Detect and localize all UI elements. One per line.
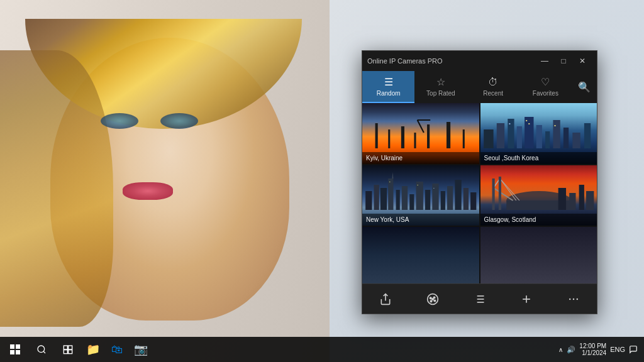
svg-rect-24 xyxy=(365,191,372,210)
maximize-button[interactable]: □ xyxy=(554,52,573,70)
svg-rect-79 xyxy=(64,346,67,349)
search-icon: 🔍 xyxy=(578,81,591,93)
svg-point-61 xyxy=(432,298,434,300)
search-button[interactable]: 🔍 xyxy=(572,71,597,103)
svg-rect-34 xyxy=(432,184,438,210)
svg-rect-32 xyxy=(416,182,423,210)
explorer-icon[interactable]: 📁 xyxy=(82,338,104,361)
svg-point-71 xyxy=(572,298,574,300)
app-camera-icon[interactable]: 📷 xyxy=(130,338,152,361)
svg-rect-9 xyxy=(484,129,493,148)
close-button[interactable]: ✕ xyxy=(573,52,592,70)
tab-favorites-label: Favorites xyxy=(533,90,558,97)
title-bar: Online IP Cameras PRO — □ ✕ xyxy=(362,51,597,71)
svg-rect-41 xyxy=(418,185,418,185)
svg-rect-82 xyxy=(69,350,72,354)
add-button[interactable] xyxy=(514,287,539,312)
tab-top-rated-label: Top Rated xyxy=(426,90,455,97)
svg-rect-35 xyxy=(441,191,445,210)
clock-date: 1/1/2024 xyxy=(582,349,606,356)
svg-rect-53 xyxy=(569,193,575,210)
svg-rect-52 xyxy=(558,188,565,210)
glasgow-label: Glasgow, Scotland xyxy=(480,214,597,226)
svg-line-7 xyxy=(418,120,424,133)
task-view-button[interactable] xyxy=(55,337,80,362)
search-taskbar-button[interactable] xyxy=(29,337,54,362)
bottom-toolbar xyxy=(362,283,597,314)
svg-point-59 xyxy=(434,300,436,302)
app-window: Online IP Cameras PRO — □ ✕ ☰ Random ☆ T… xyxy=(362,50,597,314)
language-label: ENG xyxy=(610,346,625,353)
taskbar-left: 📁 🛍 📷 xyxy=(0,337,152,362)
svg-line-78 xyxy=(43,351,45,353)
minimize-button[interactable]: — xyxy=(535,52,554,70)
camera-cell-newyork[interactable]: New York, USA xyxy=(362,165,479,226)
svg-rect-55 xyxy=(586,191,593,210)
svg-rect-10 xyxy=(496,123,504,148)
start-button[interactable] xyxy=(3,337,28,362)
svg-rect-74 xyxy=(16,344,20,349)
recent-icon: ⏱ xyxy=(488,77,498,88)
svg-rect-0 xyxy=(375,123,378,148)
svg-rect-1 xyxy=(388,129,390,148)
svg-rect-25 xyxy=(374,185,379,210)
svg-rect-15 xyxy=(545,131,550,148)
taskbar-chevron[interactable]: ∧ xyxy=(558,346,563,353)
svg-rect-14 xyxy=(536,125,541,148)
taskbar-clock[interactable]: 12:00 PM 1/1/2024 xyxy=(579,343,606,356)
svg-rect-31 xyxy=(409,194,414,210)
svg-rect-42 xyxy=(433,188,434,189)
svg-point-60 xyxy=(430,300,432,302)
svg-rect-17 xyxy=(563,128,568,148)
svg-rect-5 xyxy=(447,122,450,148)
camera-cell-kyiv[interactable]: Kyiv, Ukraine xyxy=(362,103,479,164)
tab-top-rated[interactable]: ☆ Top Rated xyxy=(414,71,467,103)
kyiv-label: Kyiv, Ukraine xyxy=(362,152,479,164)
svg-rect-13 xyxy=(525,117,533,148)
camera-cell-glasgow[interactable]: Glasgow, Scotland xyxy=(480,165,597,226)
seoul-label: Seoul ,South Korea xyxy=(480,152,597,164)
taskbar-right: ∧ 🔊 12:00 PM 1/1/2024 ENG xyxy=(558,343,644,356)
store-icon[interactable]: 🛍 xyxy=(106,338,128,361)
camera-cell-seoul[interactable]: Seoul ,South Korea xyxy=(480,103,597,164)
svg-rect-40 xyxy=(389,182,390,182)
svg-rect-29 xyxy=(396,190,400,210)
newyork-label: New York, USA xyxy=(362,214,479,226)
svg-rect-12 xyxy=(516,126,521,148)
svg-rect-36 xyxy=(447,186,453,210)
palette-button[interactable] xyxy=(420,287,445,312)
svg-rect-2 xyxy=(401,126,404,148)
svg-rect-6 xyxy=(463,129,465,148)
svg-rect-23 xyxy=(509,123,510,124)
favorites-icon: ♡ xyxy=(541,76,550,88)
share-button[interactable] xyxy=(373,287,398,312)
camera-cell-partial2[interactable] xyxy=(480,227,597,283)
camera-cell-partial1[interactable] xyxy=(362,227,479,283)
svg-rect-37 xyxy=(455,180,461,210)
svg-marker-28 xyxy=(392,172,393,178)
svg-point-57 xyxy=(430,297,431,299)
svg-rect-16 xyxy=(553,120,560,148)
svg-rect-81 xyxy=(64,350,67,354)
svg-rect-51 xyxy=(498,177,501,210)
nav-tabs: ☰ Random ☆ Top Rated ⏱ Recent ♡ Favorite… xyxy=(362,71,597,103)
notification-button[interactable] xyxy=(629,345,638,354)
tab-favorites[interactable]: ♡ Favorites xyxy=(519,71,572,103)
svg-rect-20 xyxy=(526,120,527,121)
svg-rect-39 xyxy=(470,192,476,210)
svg-point-70 xyxy=(569,298,571,300)
tab-random[interactable]: ☰ Random xyxy=(362,71,414,103)
svg-rect-73 xyxy=(10,344,14,349)
top-rated-icon: ☆ xyxy=(436,76,445,88)
svg-rect-26 xyxy=(380,188,387,210)
tab-random-label: Random xyxy=(377,90,401,97)
svg-rect-80 xyxy=(69,346,72,349)
tab-recent[interactable]: ⏱ Recent xyxy=(467,71,519,103)
svg-rect-22 xyxy=(554,125,555,126)
camera-grid: Kyiv, Ukraine xyxy=(362,103,597,283)
language-indicator[interactable]: ENG xyxy=(610,346,625,353)
svg-rect-4 xyxy=(427,124,430,148)
list-button[interactable] xyxy=(467,287,492,312)
volume-control[interactable]: 🔊 xyxy=(567,346,575,354)
more-button[interactable] xyxy=(561,287,586,312)
